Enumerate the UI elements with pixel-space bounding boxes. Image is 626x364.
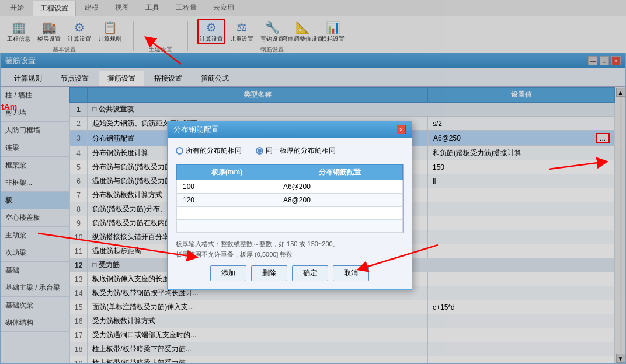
radio-all-same[interactable]: 所有的分布筋相同 xyxy=(176,146,242,156)
dialog-hint-line1: 板厚输入格式：整数或整数～整数，如 150 或 150~200。 xyxy=(176,239,404,250)
dialog-row-1: 100 A6@200 xyxy=(177,180,403,193)
dialog-row-2: 120 A8@200 xyxy=(177,193,403,206)
dialog-empty-1b xyxy=(277,206,402,219)
dialog-delete-btn[interactable]: 删除 xyxy=(251,265,287,281)
dialog-body: 所有的分布筋相同 同一板厚的分布筋相同 板厚(mm) 分布钢筋配置 xyxy=(168,138,412,289)
radio-same-thickness-label: 同一板厚的分布筋相同 xyxy=(266,146,336,156)
dialog-ok-btn[interactable]: 确定 xyxy=(292,265,328,281)
distribution-dialog: 分布钢筋配置 × 所有的分布筋相同 同一板厚的分布筋相同 xyxy=(167,121,412,290)
radio-all-same-label: 所有的分布筋相同 xyxy=(186,146,242,156)
dialog-config-1: A6@200 xyxy=(277,180,402,193)
dialog-col-thickness: 板厚(mm) xyxy=(177,164,277,180)
dialog-empty-1 xyxy=(177,206,277,219)
dialog-thickness-2: 120 xyxy=(177,193,277,206)
dialog-row-empty-2 xyxy=(177,219,403,232)
dialog-add-btn[interactable]: 添加 xyxy=(210,265,246,281)
radio-same-thickness[interactable]: 同一板厚的分布筋相同 xyxy=(256,146,336,156)
dialog-radio-row: 所有的分布筋相同 同一板厚的分布筋相同 xyxy=(176,146,404,156)
dialog-cancel-btn[interactable]: 取消 xyxy=(333,265,369,281)
radio-circle-thickness xyxy=(256,147,263,155)
dialog-col-config: 分布钢筋配置 xyxy=(277,164,402,180)
dialog-hint-line2: 板厚范围不允许重叠，板厚 (0,5000] 整数 xyxy=(176,250,404,260)
dialog-empty-2b xyxy=(277,219,402,232)
dialog-thickness-1: 100 xyxy=(177,180,277,193)
dialog-table: 板厚(mm) 分布钢筋配置 100 A6@200 120 A8@200 xyxy=(176,164,403,233)
dialog-overlay: 分布钢筋配置 × 所有的分布筋相同 同一板厚的分布筋相同 xyxy=(0,0,626,364)
dialog-hint: 板厚输入格式：整数或整数～整数，如 150 或 150~200。 板厚范围不允许… xyxy=(176,239,404,260)
dialog-empty-2 xyxy=(177,219,277,232)
dialog-titlebar: 分布钢筋配置 × xyxy=(168,121,412,138)
dialog-title: 分布钢筋配置 xyxy=(173,124,219,135)
dialog-config-2: A8@200 xyxy=(277,193,402,206)
dialog-table-area: 板厚(mm) 分布钢筋配置 100 A6@200 120 A8@200 xyxy=(176,164,404,233)
dialog-row-empty-1 xyxy=(177,206,403,219)
dialog-close-btn[interactable]: × xyxy=(397,125,406,134)
dialog-buttons: 添加 删除 确定 取消 xyxy=(176,265,404,281)
radio-circle-all xyxy=(176,147,183,155)
